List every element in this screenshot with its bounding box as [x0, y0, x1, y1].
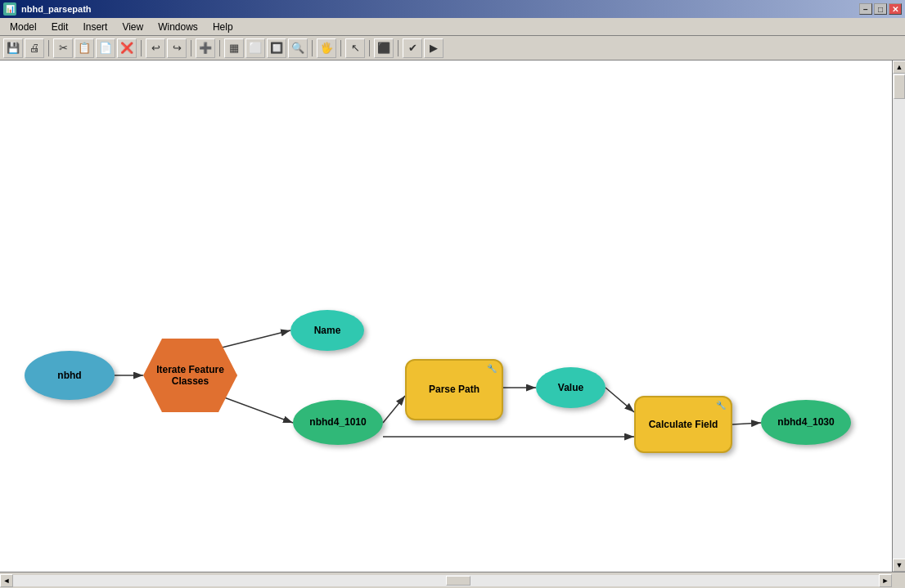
toolbar-btn-run[interactable]: ▶ — [424, 38, 443, 58]
arrows-layer — [0, 61, 892, 572]
vertical-scrollbar[interactable]: ▲ ▼ — [892, 61, 905, 572]
menu-item-edit[interactable]: Edit — [45, 20, 75, 34]
toolbar-btn-zoom-fit[interactable]: 🔍 — [288, 38, 308, 58]
toolbar-separator — [340, 40, 341, 56]
scroll-down-button[interactable]: ▼ — [893, 559, 905, 572]
menu-item-help[interactable]: Help — [206, 20, 240, 34]
toolbar-btn-redo[interactable]: ↪ — [167, 38, 187, 58]
menu-item-insert[interactable]: Insert — [76, 20, 114, 34]
horizontal-scrollbar[interactable]: ◄ ► — [0, 574, 892, 587]
menu-item-windows[interactable]: Windows — [151, 20, 205, 34]
node-name[interactable]: Name — [290, 310, 364, 351]
node-label-nbhd: nbhd — [57, 370, 81, 381]
node-nbhd4_1030[interactable]: nbhd4_1030 — [761, 400, 851, 445]
toolbar: 💾🖨✂📋📄❌↩↪➕▦⬜🔲🔍🖐↖⬛✔▶ — [0, 36, 905, 61]
node-calcfield[interactable]: 🔧Calculate Field — [634, 396, 732, 453]
toolbar-btn-pan[interactable]: 🖐 — [317, 38, 336, 58]
toolbar-btn-add[interactable]: ➕ — [196, 38, 215, 58]
scroll-right-button[interactable]: ► — [879, 574, 892, 587]
node-parsepath[interactable]: 🔧Parse Path — [405, 359, 503, 420]
toolbar-btn-delete[interactable]: ❌ — [117, 38, 137, 58]
close-button[interactable]: ✕ — [889, 3, 902, 15]
toolbar-btn-save[interactable]: 💾 — [3, 38, 23, 58]
toolbar-btn-tool1[interactable]: ⬛ — [374, 38, 394, 58]
maximize-button[interactable]: □ — [874, 3, 887, 15]
toolbar-separator — [191, 40, 191, 56]
node-label-name: Name — [314, 325, 341, 336]
diagram-canvas[interactable]: nbhd↺Iterate Feature ClassesNamenbhd4_10… — [0, 61, 892, 572]
toolbar-btn-undo[interactable]: ↩ — [146, 38, 165, 58]
node-tool-icon: 🔧 — [487, 364, 497, 373]
node-label-calcfield: Calculate Field — [649, 419, 718, 430]
node-label-value: Value — [558, 382, 583, 393]
toolbar-btn-cut[interactable]: ✂ — [53, 38, 73, 58]
toolbar-btn-validate[interactable]: ✔ — [403, 38, 422, 58]
toolbar-btn-print[interactable]: 🖨 — [25, 38, 44, 58]
app-icon: 📊 — [3, 2, 16, 16]
toolbar-separator — [369, 40, 370, 56]
node-label-iterate: Iterate Feature Classes — [156, 364, 224, 388]
toolbar-btn-copy[interactable]: 📋 — [74, 38, 94, 58]
toolbar-btn-paste[interactable]: 📄 — [96, 38, 115, 58]
toolbar-separator — [219, 40, 220, 56]
node-label-nbhd4_1030: nbhd4_1030 — [777, 416, 834, 428]
node-value[interactable]: Value — [536, 367, 606, 408]
toolbar-separator — [141, 40, 142, 56]
scroll-thumb-horizontal[interactable] — [446, 576, 471, 586]
scroll-up-button[interactable]: ▲ — [893, 61, 905, 74]
scroll-left-button[interactable]: ◄ — [0, 574, 13, 587]
toolbar-btn-fit[interactable]: 🔲 — [267, 38, 286, 58]
node-label-nbhd4_1010: nbhd4_1010 — [309, 416, 366, 428]
toolbar-btn-grid[interactable]: ▦ — [224, 38, 244, 58]
menu-bar: ModelEditInsertViewWindowsHelp — [0, 18, 905, 36]
node-nbhd[interactable]: nbhd — [25, 351, 115, 400]
menu-item-model[interactable]: Model — [3, 20, 43, 34]
node-iterate[interactable]: ↺Iterate Feature Classes — [143, 339, 237, 412]
node-tool-icon: 🔧 — [716, 401, 726, 410]
node-nbhd4_1010[interactable]: nbhd4_1010 — [293, 400, 383, 445]
scroll-thumb-vertical[interactable] — [894, 74, 905, 99]
toolbar-separator — [398, 40, 398, 56]
window-title: nbhd_parsepath — [21, 4, 92, 14]
title-bar: 📊 nbhd_parsepath − □ ✕ — [0, 0, 905, 18]
toolbar-btn-select[interactable]: ↖ — [345, 38, 365, 58]
node-tool-icon: ↺ — [226, 342, 232, 351]
menu-item-view[interactable]: View — [115, 20, 150, 34]
toolbar-separator — [48, 40, 49, 56]
node-label-parsepath: Parse Path — [429, 384, 480, 395]
scroll-track-vertical — [893, 74, 905, 559]
arrow-line — [732, 423, 761, 424]
toolbar-btn-select-rect[interactable]: ⬜ — [245, 38, 265, 58]
toolbar-separator — [312, 40, 313, 56]
window-controls: − □ ✕ — [859, 3, 902, 15]
main-area: nbhd↺Iterate Feature ClassesNamenbhd4_10… — [0, 61, 905, 572]
size-grip — [892, 574, 905, 587]
bottom-bar: ◄ ► — [0, 572, 905, 588]
arrow-line — [383, 396, 405, 423]
scroll-track-horizontal — [13, 575, 879, 586]
minimize-button[interactable]: − — [859, 3, 872, 15]
arrow-line — [606, 388, 634, 412]
